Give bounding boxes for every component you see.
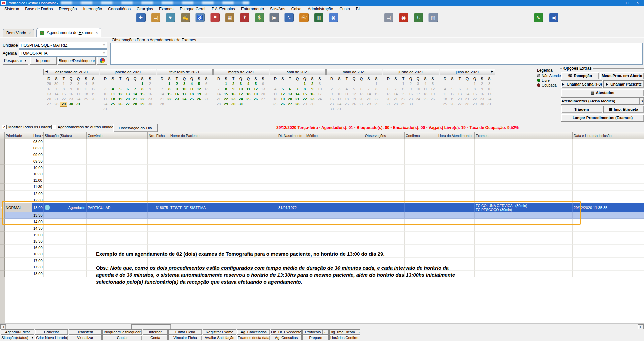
scroll-right-icon[interactable]: ►	[638, 324, 644, 329]
day-cell[interactable]: 31	[237, 102, 245, 107]
visualizar-button[interactable]: Visualizar	[69, 335, 102, 340]
checkbox-checked-icon[interactable]: ✓	[2, 125, 7, 129]
cobranca-icon[interactable]: €	[414, 13, 423, 22]
schedule-row-09-30[interactable]: 09:30	[0, 158, 644, 165]
tab-close-icon[interactable]: ×	[28, 31, 30, 35]
lib-hr-excedente-button[interactable]: Lib. Hr. Excedente	[271, 329, 302, 335]
cofre-icon[interactable]: ▣	[269, 13, 279, 22]
situacao-status-button[interactable]: Situação(status)▼	[1, 335, 34, 340]
relatorios-icon[interactable]: ▤	[384, 13, 393, 22]
day-cell[interactable]: 11	[188, 87, 195, 92]
schedule-row-11-30[interactable]: 11:30	[0, 184, 644, 190]
day-cell[interactable]: 18	[188, 92, 195, 97]
day-cell[interactable]: 19	[252, 92, 259, 97]
monitoramento-icon[interactable]: ∿	[534, 13, 543, 22]
schedule-row-13-30[interactable]: 13:30	[0, 212, 644, 219]
atendimentos-ficha-medica-button[interactable]: Atendimentos (Ficha Médica)▼	[561, 97, 644, 105]
contratos-icon[interactable]: ✍	[181, 13, 190, 22]
day-cell[interactable]: 5	[117, 87, 124, 92]
day-cell[interactable]: 13	[286, 92, 294, 97]
day-cell[interactable]: 15	[222, 92, 230, 97]
day-cell[interactable]: 5	[252, 81, 259, 87]
day-cell[interactable]: 16	[173, 92, 181, 97]
day-cell[interactable]: 7	[131, 87, 139, 92]
day-cell[interactable]: 8	[139, 87, 146, 92]
menu-item-caixa[interactable]: Caixa	[288, 6, 305, 12]
schedule-row-17-30[interactable]: 17:30	[0, 264, 644, 270]
column-header-convenio[interactable]: Convênio	[87, 132, 148, 139]
chamar-senha-f8-button[interactable]: ►Chamar Senha (F8)	[561, 80, 602, 88]
day-cell[interactable]: 22	[222, 97, 230, 102]
financeiro-icon[interactable]: $	[255, 13, 264, 22]
day-cell[interactable]: 11	[245, 87, 252, 92]
schedule-row-08-00[interactable]: 08:00	[0, 139, 644, 145]
menu-item-sistema[interactable]: Sistema	[1, 6, 22, 12]
criar-novo-horario-button[interactable]: Criar Novo Horário	[35, 335, 68, 340]
day-cell[interactable]: 27	[286, 102, 294, 107]
schedule-row-13-00[interactable]: ▶NORMAL13:00AgendadoPARTICULAR318075TEST…	[0, 203, 644, 212]
faturamento-icon[interactable]: ↟	[240, 13, 249, 22]
day-cell[interactable]: 27	[124, 102, 131, 107]
mostrar-todos-checkbox[interactable]: ✓ Mostrar Todos os Horários	[2, 125, 54, 129]
pesquisar-dropdown-icon[interactable]: ▼	[23, 57, 28, 65]
prev-month-icon[interactable]: ◀	[45, 70, 48, 73]
day-cell[interactable]: 16	[230, 92, 237, 97]
menu-item-sus-ans[interactable]: Sus/Ans	[267, 6, 288, 12]
ambulancia-icon[interactable]: ⚑	[210, 13, 220, 22]
editar-ficha-button[interactable]: Editar Ficha	[168, 329, 202, 335]
column-header-dt-nascimento[interactable]: Dt. Nascimento	[277, 132, 305, 139]
chevron-down-icon[interactable]: ▼	[639, 98, 644, 104]
menu-item-bi[interactable]: BI	[353, 6, 363, 12]
manual-icon[interactable]: ▥	[314, 13, 323, 22]
day-cell[interactable]: 4	[109, 87, 117, 92]
agendar-editar-button[interactable]: Agendar/Editar	[1, 329, 34, 335]
day-cell[interactable]: 2	[230, 81, 237, 87]
bi-icon[interactable]: ▣	[549, 13, 558, 22]
day-cell[interactable]: 3	[237, 81, 245, 87]
day-cell[interactable]: 9	[309, 87, 316, 92]
schedule-row-14-30[interactable]: 14:30	[0, 225, 644, 232]
mensagens-icon[interactable]: ◉	[329, 13, 338, 22]
schedule-row-16-00[interactable]: 16:00	[0, 245, 644, 251]
schedule-row-10-30[interactable]: 10:30	[0, 171, 644, 177]
registrar-exame-button[interactable]: Registrar Exame	[203, 329, 236, 335]
day-cell[interactable]: 25	[188, 97, 195, 102]
day-cell[interactable]: 8	[166, 87, 173, 92]
menu-item-recepcao[interactable]: Recepção	[56, 6, 80, 12]
column-header-confirma[interactable]: Confirma	[405, 132, 437, 139]
schedule-row-12-30[interactable]: 12:30	[0, 197, 644, 203]
convenios-icon[interactable]: ▤	[151, 13, 160, 22]
scroll-left-icon[interactable]: ◄	[0, 324, 6, 329]
internar-button[interactable]: Internar	[143, 329, 168, 335]
day-cell[interactable]: 28	[294, 102, 301, 107]
day-cell[interactable]: 23	[230, 97, 237, 102]
scrollbar-thumb[interactable]	[131, 324, 171, 329]
observacoes-textarea[interactable]	[110, 43, 643, 65]
day-cell[interactable]: 2	[173, 81, 181, 87]
day-cell[interactable]: 15	[139, 92, 146, 97]
dig-img-dicom-button[interactable]: Dig. Img Dicom▼	[329, 329, 360, 335]
day-cell[interactable]: 2	[309, 81, 316, 87]
day-cell[interactable]: 12	[195, 87, 203, 92]
menu-item-administracao[interactable]: Administração	[304, 6, 336, 12]
protocolo-button[interactable]: Protocolo▼	[302, 329, 329, 335]
day-cell[interactable]: 20	[124, 97, 131, 102]
day-cell[interactable]: 18	[245, 92, 252, 97]
next-month-icon[interactable]: ▶	[491, 70, 493, 73]
day-cell[interactable]: 1	[139, 81, 146, 87]
day-cell[interactable]: 5	[279, 87, 286, 92]
ag-consultas-button[interactable]: Ag. Consultas	[271, 335, 302, 340]
schedule-row-09-00[interactable]: 09:00	[0, 151, 644, 158]
day-cell[interactable]: 23	[173, 97, 181, 102]
transferir-button[interactable]: Transferir	[69, 329, 102, 335]
column-header-hora-do-atendimento[interactable]: Hora do Atendimento	[437, 132, 475, 139]
schedule-row-15-30[interactable]: 15:30	[0, 238, 644, 245]
column-header-hora[interactable]: Hora▲	[32, 132, 44, 139]
day-cell[interactable]: 17	[181, 92, 188, 97]
day-cell[interactable]: 22	[166, 97, 173, 102]
schedule-row-08-30[interactable]: 08:30	[0, 145, 644, 151]
horarios-confirm-button[interactable]: Horários Confirm.	[329, 335, 360, 340]
observacao-do-dia-button[interactable]: Observação do Dia	[113, 124, 158, 132]
menu-item-p-a-terapias[interactable]: P.A./Terapias	[208, 6, 238, 12]
day-cell[interactable]: 8	[301, 87, 309, 92]
